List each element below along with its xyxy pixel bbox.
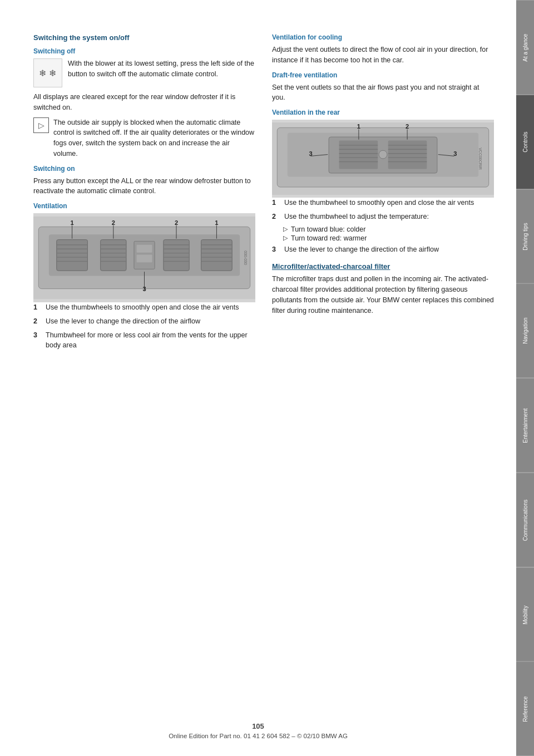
rear-list-item-3: 3 Use the lever to change the direction … xyxy=(272,244,494,255)
svg-text:2: 2 xyxy=(175,219,178,226)
svg-text:1: 1 xyxy=(357,123,360,130)
footer-text: Online Edition for Part no. 01 41 2 604 … xyxy=(169,733,348,739)
subtitle-draft-free: Draft-free ventilation xyxy=(272,71,494,79)
svg-rect-11 xyxy=(101,240,126,271)
section-title-switching: Switching the system on/off xyxy=(33,33,255,42)
draft-free-text: Set the vent outlets so that the air flo… xyxy=(272,82,494,104)
svg-rect-20 xyxy=(164,240,189,271)
svg-text:2: 2 xyxy=(112,219,115,226)
subtitle-switching-off: Switching off xyxy=(33,47,255,55)
rear-list-item-2: 2 Use the thumbwheel to adjust the tempe… xyxy=(272,212,494,222)
tab-controls[interactable]: Controls xyxy=(516,95,534,189)
svg-text:2: 2 xyxy=(406,123,409,130)
subtitle-ventilation-rear: Ventilation in the rear xyxy=(272,109,494,116)
microfilter-text: The microfilter traps dust and pollen in… xyxy=(272,274,494,316)
switching-on-text: Press any button except the ALL or the r… xyxy=(33,176,255,197)
main-content: Switching the system on/off Switching of… xyxy=(0,0,516,376)
rear-list-item-1: 1 Use the thumbwheel to smoothly open an… xyxy=(272,198,494,208)
list-item-3: 3 Thumbwheel for more or less cool air f… xyxy=(33,330,255,351)
tab-mobility[interactable]: Mobility xyxy=(516,567,534,662)
subtitle-switching-on: Switching on xyxy=(33,165,255,173)
svg-text:1: 1 xyxy=(70,219,73,226)
svg-point-58 xyxy=(379,150,387,159)
left-column: Switching the system on/off Switching of… xyxy=(33,33,255,354)
side-navigation: At a glance Controls Driving tips Naviga… xyxy=(516,0,534,756)
svg-rect-18 xyxy=(137,245,152,253)
tab-entertainment[interactable]: Entertainment xyxy=(516,378,534,473)
ac-icon: ❄ ❄ xyxy=(33,58,62,87)
svg-rect-26 xyxy=(201,240,233,271)
switching-off-text: With the blower at its lowest setting, p… xyxy=(68,58,255,80)
svg-text:1: 1 xyxy=(215,219,218,226)
two-column-layout: Switching the system on/off Switching of… xyxy=(33,33,494,354)
page-number: 105 xyxy=(0,722,516,730)
svg-rect-5 xyxy=(57,240,88,271)
icon-text-switching-off: ❄ ❄ With the blower at its lowest settin… xyxy=(33,58,255,87)
ventilation-list: 1 Use the thumbwheels to smoothly open a… xyxy=(33,302,255,351)
sub-item-colder: Turn toward blue: colder xyxy=(283,225,494,233)
arrow-note-box: ▷ The outside air supply is blocked when… xyxy=(33,117,255,159)
sub-item-warmer: Turn toward red: warmer xyxy=(283,234,494,242)
svg-text:❄: ❄ xyxy=(49,68,56,78)
subtitle-ventilation-cooling: Ventilation for cooling xyxy=(272,33,494,41)
subtitle-ventilation: Ventilation xyxy=(33,202,255,210)
rear-ventilation-list: 1 Use the thumbwheel to smoothly open an… xyxy=(272,198,494,222)
svg-text:❄: ❄ xyxy=(39,68,46,78)
list-item-1: 1 Use the thumbwheels to smoothly open a… xyxy=(33,302,255,313)
microfilter-title: Microfilter/activated-charcoal filter xyxy=(272,262,494,271)
diagram-watermark-left: 030-030 xyxy=(244,251,248,265)
ventilation-cooling-text: Adjust the vent outlets to direct the fl… xyxy=(272,45,494,66)
tab-navigation[interactable]: Navigation xyxy=(516,283,534,378)
rear-ventilation-list-3: 3 Use the lever to change the direction … xyxy=(272,244,494,255)
tab-at-a-glance[interactable]: At a glance xyxy=(516,0,534,95)
rear-ventilation-sub-list: Turn toward blue: colder Turn toward red… xyxy=(272,225,494,242)
ventilation-diagram: 1 2 3 2 1 030-030 xyxy=(33,213,255,302)
svg-rect-19 xyxy=(137,254,152,262)
tab-communications[interactable]: Communications xyxy=(516,473,534,567)
arrow-icon: ▷ xyxy=(33,117,49,133)
page-footer: 105 Online Edition for Part no. 01 41 2 … xyxy=(0,722,516,739)
diagram-watermark-right: VCC00CRIR xyxy=(479,148,483,170)
list-item-2: 2 Use the lever to change the direction … xyxy=(33,316,255,327)
switching-off-para1: All displays are cleared except for the … xyxy=(33,92,255,113)
tab-driving-tips[interactable]: Driving tips xyxy=(516,189,534,284)
tab-reference[interactable]: Reference xyxy=(516,661,534,756)
right-column: Ventilation for cooling Adjust the vent … xyxy=(272,33,494,354)
rear-ventilation-diagram: 1 2 3 3 VCC00CRIR xyxy=(272,120,494,198)
arrow-note-text: The outside air supply is blocked when t… xyxy=(53,117,255,159)
